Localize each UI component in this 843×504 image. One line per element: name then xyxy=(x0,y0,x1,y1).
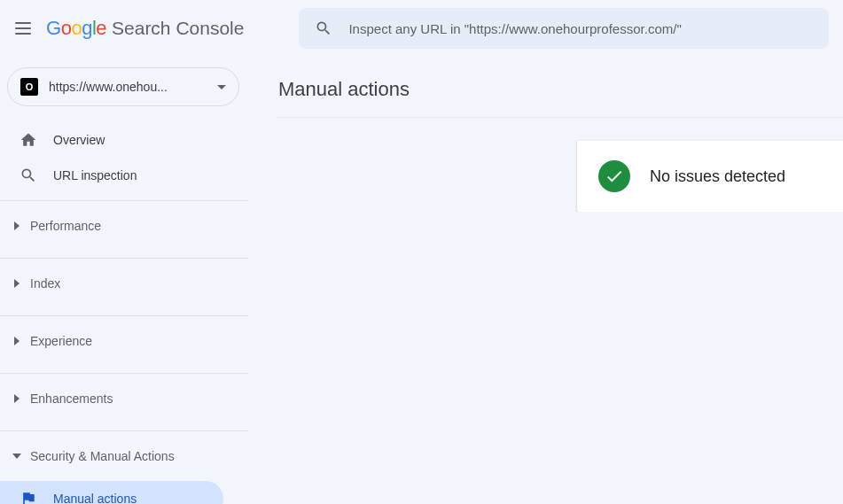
status-text: No issues detected xyxy=(650,167,785,186)
sidebar: O https://www.onehou... Overview URL ins… xyxy=(0,57,248,504)
status-card: No issues detected xyxy=(577,141,843,212)
sidebar-item-manual-actions[interactable]: Manual actions xyxy=(0,481,223,504)
home-icon xyxy=(20,131,37,149)
sidebar-section-label: Security & Manual Actions xyxy=(30,449,175,463)
sidebar-item-label: Overview xyxy=(53,133,105,147)
search-bar[interactable] xyxy=(299,8,829,49)
search-icon xyxy=(315,19,332,37)
sidebar-section-label: Index xyxy=(30,276,60,291)
chevron-right-icon xyxy=(14,337,20,345)
sidebar-section-enhancements[interactable]: Enhancements xyxy=(0,374,248,423)
sidebar-section-label: Experience xyxy=(30,334,92,348)
main-content: Manual actions No issues detected xyxy=(248,57,843,504)
sidebar-section-label: Enhancements xyxy=(30,392,113,406)
page-title: Manual actions xyxy=(278,78,843,101)
menu-icon[interactable] xyxy=(14,18,35,39)
property-favicon: O xyxy=(20,78,38,96)
product-name: Search Console xyxy=(112,18,244,39)
sidebar-item-label: Manual actions xyxy=(53,492,137,504)
check-circle-icon xyxy=(598,160,630,192)
property-selector[interactable]: O https://www.onehou... xyxy=(7,67,239,106)
sidebar-item-overview[interactable]: Overview xyxy=(0,122,248,158)
chevron-down-icon xyxy=(217,85,226,89)
chevron-down-icon xyxy=(12,454,21,459)
chevron-right-icon xyxy=(14,221,20,230)
sidebar-section-experience[interactable]: Experience xyxy=(0,316,248,366)
chevron-right-icon xyxy=(14,279,20,288)
search-input[interactable] xyxy=(348,21,813,36)
sidebar-item-label: URL inspection xyxy=(53,168,137,182)
sidebar-section-performance[interactable]: Performance xyxy=(0,201,248,251)
logo[interactable]: Google Search Console xyxy=(46,17,244,40)
sidebar-section-security[interactable]: Security & Manual Actions xyxy=(0,431,248,481)
flag-icon xyxy=(20,490,37,504)
sidebar-item-url-inspection[interactable]: URL inspection xyxy=(0,158,248,193)
chevron-right-icon xyxy=(14,394,20,403)
property-url: https://www.onehou... xyxy=(49,80,207,94)
sidebar-section-label: Performance xyxy=(30,219,101,233)
search-icon xyxy=(20,167,37,184)
google-logo: Google xyxy=(46,17,106,40)
sidebar-section-index[interactable]: Index xyxy=(0,259,248,308)
